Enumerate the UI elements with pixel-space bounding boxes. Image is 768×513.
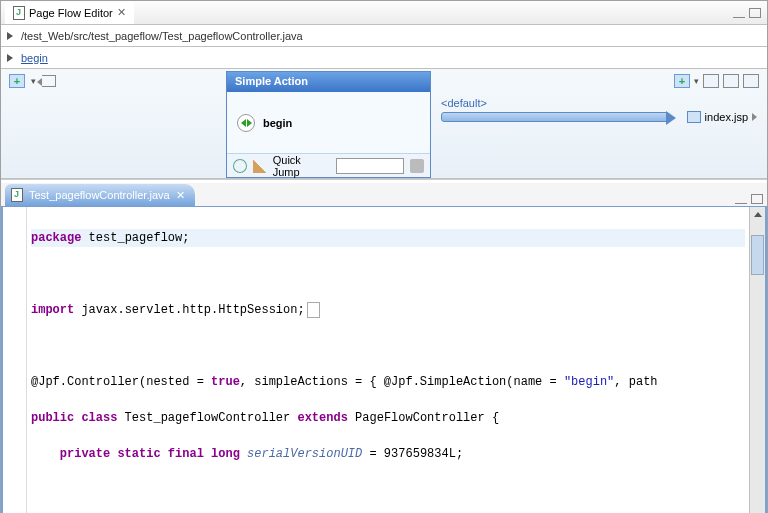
simple-action-body[interactable]: begin (227, 92, 430, 153)
toolbar-icon-1[interactable] (703, 74, 719, 88)
minimize-icon[interactable] (735, 194, 747, 204)
page-flow-editor-title: Page Flow Editor (29, 7, 113, 19)
editor-tab-label: Test_pageflowController.java (29, 189, 170, 201)
editor-icon (13, 6, 25, 20)
enter-icon[interactable] (42, 75, 56, 87)
java-file-icon (11, 188, 23, 202)
minimize-icon[interactable] (733, 8, 745, 18)
begin-action-icon (237, 114, 255, 132)
code-area[interactable]: package test_pageflow; +import javax.ser… (27, 207, 749, 513)
simple-action-footer: Quick Jump (227, 153, 430, 177)
flow-diagram-area: + ▾ Simple Action begin Quick Jump (1, 69, 767, 179)
editor-tab-bar: Test_pageflowController.java ✕ (1, 183, 767, 207)
breadcrumb-path-bar: /test_Web/src/test_pageflow/Test_pageflo… (1, 25, 767, 47)
close-icon[interactable]: ✕ (117, 6, 126, 19)
forward-label: <default> (441, 97, 757, 109)
toolbar-icon-2[interactable] (723, 74, 739, 88)
source-editor-panel: Test_pageflowController.java ✕ package t… (1, 180, 767, 513)
breadcrumb-arrow-icon[interactable] (5, 53, 15, 63)
maximize-icon[interactable] (749, 8, 761, 18)
add-button[interactable]: + (674, 74, 690, 88)
simple-action-panel: Simple Action begin Quick Jump (226, 71, 431, 178)
forward-target: index.jsp (705, 111, 748, 123)
add-button[interactable]: + (9, 74, 25, 88)
ide-frame: Page Flow Editor ✕ /test_Web/src/test_pa… (0, 0, 768, 513)
gutter[interactable] (3, 207, 27, 513)
code-frame: package test_pageflow; +import javax.ser… (1, 207, 767, 513)
toolbar-icon-3[interactable] (743, 74, 759, 88)
jsp-icon (687, 111, 701, 123)
simple-action-header: Simple Action (227, 72, 430, 92)
editor-file-tab[interactable]: Test_pageflowController.java ✕ (5, 184, 195, 206)
right-flow-toolbar: + ▾ (431, 69, 767, 93)
forward-target-node[interactable]: index.jsp (687, 111, 757, 123)
action-name: begin (263, 117, 292, 129)
vertical-scrollbar[interactable] (749, 207, 765, 513)
breadcrumb-action[interactable]: begin (21, 52, 48, 64)
flow-arrow[interactable] (441, 112, 669, 122)
breadcrumb-arrow-icon[interactable] (5, 31, 15, 41)
edit-icon[interactable] (253, 159, 267, 173)
page-flow-editor-tab[interactable]: Page Flow Editor ✕ (5, 2, 134, 24)
quick-jump-input[interactable] (336, 158, 404, 174)
close-icon[interactable]: ✕ (176, 189, 185, 202)
wrench-icon[interactable] (410, 159, 424, 173)
quick-jump-label: Quick Jump (273, 154, 330, 178)
expand-icon[interactable] (752, 113, 757, 121)
page-flow-editor-panel: Page Flow Editor ✕ /test_Web/src/test_pa… (1, 1, 767, 180)
maximize-icon[interactable] (751, 194, 763, 204)
breadcrumb-path[interactable]: /test_Web/src/test_pageflow/Test_pageflo… (21, 30, 303, 42)
refresh-icon[interactable] (233, 159, 247, 173)
flow-right-column: + ▾ <default> index.jsp (431, 69, 767, 178)
breadcrumb-action-bar: begin (1, 47, 767, 69)
left-flow-toolbar: + ▾ (1, 69, 226, 93)
page-flow-tab-bar: Page Flow Editor ✕ (1, 1, 767, 25)
